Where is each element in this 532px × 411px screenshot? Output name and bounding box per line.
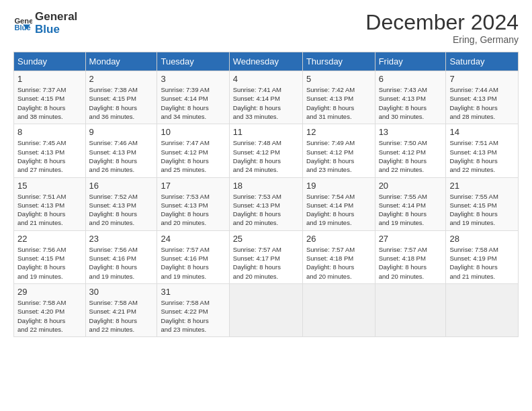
day-info: Sunrise: 7:53 AMSunset: 4:13 PMDaylight:… [161, 193, 209, 227]
day-cell: 8Sunrise: 7:45 AMSunset: 4:13 PMDaylight… [14, 124, 86, 177]
header: General Blue General Blue December 2024 … [13, 11, 519, 45]
day-cell: 24Sunrise: 7:57 AMSunset: 4:16 PMDayligh… [157, 230, 229, 283]
day-number: 7 [449, 74, 515, 84]
location: Ering, Germany [365, 34, 519, 45]
day-number: 2 [89, 74, 154, 84]
day-info: Sunrise: 7:43 AMSunset: 4:13 PMDaylight:… [379, 86, 427, 120]
day-number: 26 [306, 234, 371, 244]
day-cell: 29Sunrise: 7:58 AMSunset: 4:20 PMDayligh… [14, 283, 86, 336]
day-cell: 18Sunrise: 7:53 AMSunset: 4:13 PMDayligh… [229, 177, 302, 230]
day-info: Sunrise: 7:50 AMSunset: 4:12 PMDaylight:… [379, 139, 427, 173]
day-info: Sunrise: 7:51 AMSunset: 4:13 PMDaylight:… [449, 139, 498, 173]
day-cell: 28Sunrise: 7:58 AMSunset: 4:19 PMDayligh… [446, 230, 519, 283]
day-cell: 26Sunrise: 7:57 AMSunset: 4:18 PMDayligh… [302, 230, 375, 283]
day-cell: 4Sunrise: 7:41 AMSunset: 4:14 PMDaylight… [229, 71, 302, 124]
logo-general: General [35, 11, 77, 24]
day-cell: 1Sunrise: 7:37 AMSunset: 4:15 PMDaylight… [14, 71, 86, 124]
day-info: Sunrise: 7:57 AMSunset: 4:16 PMDaylight:… [161, 246, 209, 280]
col-header-friday: Friday [375, 52, 446, 71]
day-info: Sunrise: 7:53 AMSunset: 4:13 PMDaylight:… [233, 193, 281, 227]
day-info: Sunrise: 7:48 AMSunset: 4:12 PMDaylight:… [233, 139, 281, 173]
day-cell: 10Sunrise: 7:47 AMSunset: 4:12 PMDayligh… [157, 124, 229, 177]
day-number: 21 [449, 181, 515, 191]
day-info: Sunrise: 7:58 AMSunset: 4:19 PMDaylight:… [449, 246, 498, 280]
day-cell: 21Sunrise: 7:55 AMSunset: 4:15 PMDayligh… [446, 177, 519, 230]
day-cell: 9Sunrise: 7:46 AMSunset: 4:13 PMDaylight… [85, 124, 157, 177]
day-info: Sunrise: 7:56 AMSunset: 4:16 PMDaylight:… [89, 246, 138, 280]
header-row: SundayMondayTuesdayWednesdayThursdayFrid… [14, 52, 519, 71]
day-info: Sunrise: 7:47 AMSunset: 4:12 PMDaylight:… [161, 139, 209, 173]
day-cell: 6Sunrise: 7:43 AMSunset: 4:13 PMDaylight… [375, 71, 446, 124]
week-row-1: 1Sunrise: 7:37 AMSunset: 4:15 PMDaylight… [14, 71, 519, 124]
day-info: Sunrise: 7:54 AMSunset: 4:14 PMDaylight:… [306, 193, 355, 227]
logo: General Blue General Blue [13, 11, 77, 36]
day-number: 5 [306, 74, 371, 84]
logo-blue: Blue [35, 24, 77, 36]
day-number: 4 [233, 74, 299, 84]
day-cell [229, 283, 302, 336]
week-row-5: 29Sunrise: 7:58 AMSunset: 4:20 PMDayligh… [14, 283, 519, 336]
day-number: 18 [233, 181, 299, 191]
week-row-2: 8Sunrise: 7:45 AMSunset: 4:13 PMDaylight… [14, 124, 519, 177]
calendar-table: SundayMondayTuesdayWednesdayThursdayFrid… [13, 52, 519, 337]
day-number: 10 [161, 127, 225, 137]
day-cell [446, 283, 519, 336]
day-cell: 30Sunrise: 7:58 AMSunset: 4:21 PMDayligh… [85, 283, 157, 336]
day-cell: 2Sunrise: 7:38 AMSunset: 4:15 PMDaylight… [85, 71, 157, 124]
day-info: Sunrise: 7:58 AMSunset: 4:21 PMDaylight:… [89, 299, 138, 333]
day-info: Sunrise: 7:55 AMSunset: 4:14 PMDaylight:… [379, 193, 427, 227]
day-number: 9 [89, 127, 154, 137]
col-header-monday: Monday [85, 52, 157, 71]
day-cell: 7Sunrise: 7:44 AMSunset: 4:13 PMDaylight… [446, 71, 519, 124]
day-cell: 15Sunrise: 7:51 AMSunset: 4:13 PMDayligh… [14, 177, 86, 230]
day-cell: 17Sunrise: 7:53 AMSunset: 4:13 PMDayligh… [157, 177, 229, 230]
day-info: Sunrise: 7:38 AMSunset: 4:15 PMDaylight:… [89, 86, 138, 120]
day-cell: 16Sunrise: 7:52 AMSunset: 4:13 PMDayligh… [85, 177, 157, 230]
day-cell: 22Sunrise: 7:56 AMSunset: 4:15 PMDayligh… [14, 230, 86, 283]
day-info: Sunrise: 7:46 AMSunset: 4:13 PMDaylight:… [89, 139, 138, 173]
day-info: Sunrise: 7:57 AMSunset: 4:18 PMDaylight:… [379, 246, 427, 280]
day-cell: 14Sunrise: 7:51 AMSunset: 4:13 PMDayligh… [446, 124, 519, 177]
day-number: 13 [379, 127, 443, 137]
day-number: 22 [17, 234, 82, 244]
day-cell: 12Sunrise: 7:49 AMSunset: 4:12 PMDayligh… [302, 124, 375, 177]
day-info: Sunrise: 7:52 AMSunset: 4:13 PMDaylight:… [89, 193, 138, 227]
day-number: 6 [379, 74, 443, 84]
day-cell: 3Sunrise: 7:39 AMSunset: 4:14 PMDaylight… [157, 71, 229, 124]
col-header-tuesday: Tuesday [157, 52, 229, 71]
day-info: Sunrise: 7:55 AMSunset: 4:15 PMDaylight:… [449, 193, 498, 227]
day-number: 23 [89, 234, 154, 244]
day-number: 12 [306, 127, 371, 137]
day-info: Sunrise: 7:39 AMSunset: 4:14 PMDaylight:… [161, 86, 209, 120]
title-block: December 2024 Ering, Germany [365, 11, 519, 45]
day-number: 28 [449, 234, 515, 244]
day-number: 15 [17, 181, 82, 191]
day-cell: 27Sunrise: 7:57 AMSunset: 4:18 PMDayligh… [375, 230, 446, 283]
day-number: 30 [89, 287, 154, 297]
day-info: Sunrise: 7:41 AMSunset: 4:14 PMDaylight:… [233, 86, 281, 120]
day-cell: 23Sunrise: 7:56 AMSunset: 4:16 PMDayligh… [85, 230, 157, 283]
calendar-page: General Blue General Blue December 2024 … [0, 0, 532, 344]
col-header-sunday: Sunday [14, 52, 86, 71]
day-info: Sunrise: 7:44 AMSunset: 4:13 PMDaylight:… [449, 86, 498, 120]
day-info: Sunrise: 7:57 AMSunset: 4:18 PMDaylight:… [306, 246, 355, 280]
day-cell: 20Sunrise: 7:55 AMSunset: 4:14 PMDayligh… [375, 177, 446, 230]
day-number: 20 [379, 181, 443, 191]
logo-icon: General Blue [13, 14, 32, 33]
day-number: 1 [17, 74, 82, 84]
month-title: December 2024 [365, 11, 519, 34]
week-row-4: 22Sunrise: 7:56 AMSunset: 4:15 PMDayligh… [14, 230, 519, 283]
day-number: 29 [17, 287, 82, 297]
day-number: 14 [449, 127, 515, 137]
day-number: 25 [233, 234, 299, 244]
day-cell [302, 283, 375, 336]
day-cell: 19Sunrise: 7:54 AMSunset: 4:14 PMDayligh… [302, 177, 375, 230]
day-cell: 31Sunrise: 7:58 AMSunset: 4:22 PMDayligh… [157, 283, 229, 336]
day-number: 27 [379, 234, 443, 244]
day-number: 19 [306, 181, 371, 191]
week-row-3: 15Sunrise: 7:51 AMSunset: 4:13 PMDayligh… [14, 177, 519, 230]
day-number: 16 [89, 181, 154, 191]
day-info: Sunrise: 7:45 AMSunset: 4:13 PMDaylight:… [17, 139, 66, 173]
day-info: Sunrise: 7:58 AMSunset: 4:22 PMDaylight:… [161, 299, 209, 333]
day-info: Sunrise: 7:56 AMSunset: 4:15 PMDaylight:… [17, 246, 66, 280]
